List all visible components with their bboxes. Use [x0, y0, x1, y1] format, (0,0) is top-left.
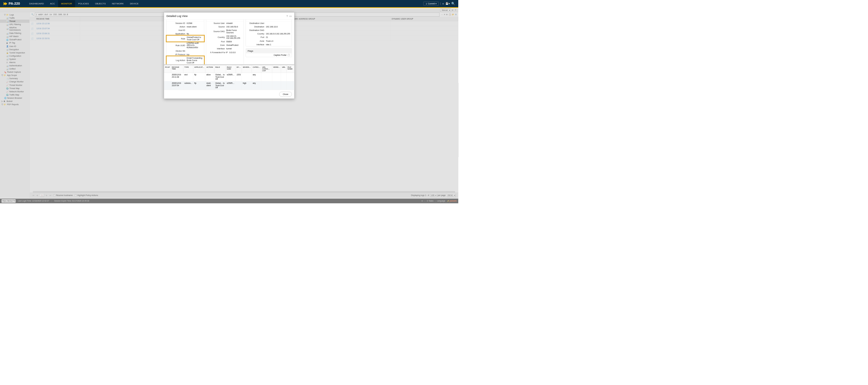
search-icon[interactable]: 🔍 — [451, 2, 455, 5]
src-xff-value: 0.0.0.0 — [229, 51, 242, 54]
src-user-value: mivaldi — [226, 22, 242, 25]
src-dag-value: Brute Force Sources — [226, 29, 242, 34]
application-value: ftp — [187, 33, 203, 35]
dst-port-value: 21 — [266, 36, 290, 39]
table-row[interactable]: 2020/12/16 23:07:54vulnera…ftpreset-clie… — [164, 81, 294, 90]
src-port-value: 55859 — [226, 41, 242, 43]
main-header: PA-220 DASHBOARD ACC MONITOR POLICIES OB… — [0, 0, 458, 8]
session-id-value: 61568 — [187, 22, 203, 25]
tab-network[interactable]: NETWORK — [109, 0, 127, 7]
flag-captive-checkbox[interactable] — [288, 54, 290, 56]
log-action-row-highlight: Log ActionEmail Forwarding Brute Force C… — [167, 57, 204, 64]
src-zone-value: GlobalProtect — [226, 44, 242, 46]
commit-icon: ⤓ — [426, 2, 427, 5]
header-actions: ⤓ Commit ▾ | ⎌ 💾▾ 🔍 — [424, 2, 455, 5]
modal-body[interactable]: General Session ID61568 Actionreset-clie… — [164, 20, 294, 64]
close-button[interactable]: Close — [279, 92, 292, 97]
modal-window-icon[interactable]: ▭ — [289, 14, 291, 18]
log-action-value: Email Forwarding Brute Force Cool-Off — [187, 57, 203, 64]
modal-log-table[interactable]: PCAPRECEIVE TIMETYPE APPLICAT…ACTIONRULE… — [164, 65, 294, 90]
flags-title: Flags — [246, 48, 291, 54]
tab-objects[interactable]: OBJECTS — [92, 0, 109, 7]
tab-acc[interactable]: ACC — [47, 0, 58, 7]
action-value: reset-client — [187, 26, 203, 28]
save-icon[interactable]: 💾▾ — [445, 2, 450, 5]
chevron-down-icon: ▾ — [435, 2, 437, 5]
logo: PA-220 — [3, 1, 20, 6]
src-country-value: 192.168.0.0-192.168.255.255 — [226, 35, 242, 39]
modal-header: Detailed Log View ? ▭ — [164, 12, 294, 20]
modal-help-icon[interactable]: ? — [286, 14, 288, 18]
tab-monitor[interactable]: MONITOR — [58, 0, 75, 7]
panel-flags: Flags Captive Portal — [246, 48, 292, 57]
logo-text: PA-220 — [9, 2, 20, 6]
tab-dashboard[interactable]: DASHBOARD — [26, 0, 47, 7]
ip-protocol-value: tcp — [187, 54, 203, 56]
src-iface-value: tunnel — [226, 47, 242, 50]
rule-row-highlight: RuleGlobalProtect to Trust-Cool Off — [167, 36, 204, 41]
revert-icon[interactable]: ⎌ — [442, 2, 444, 5]
modal-overlay: Detailed Log View ? ▭ General Session ID… — [0, 9, 458, 203]
dst-zone-value: Trust-L3 — [266, 40, 290, 42]
tab-device[interactable]: DEVICE — [127, 0, 142, 7]
src-addr-value: 192.168.50.6 — [226, 26, 242, 28]
table-row[interactable]: 2020/12/16 23:11:38endftpallowGlobal… to… — [164, 73, 294, 81]
commit-button[interactable]: ⤓ Commit ▾ — [424, 2, 439, 5]
panel-general: General Session ID61568 Actionreset-clie… — [166, 20, 204, 64]
nav-tabs: DASHBOARD ACC MONITOR POLICIES OBJECTS N… — [26, 0, 424, 7]
flag-captive-label: Captive Portal — [248, 54, 288, 57]
commit-label: Commit — [428, 2, 435, 5]
dst-iface-value: vlan.1 — [266, 43, 290, 45]
rule-value: GlobalProtect to Trust-Cool Off — [187, 36, 203, 41]
brand-mark-icon — [3, 1, 8, 6]
panel-source: Source Source Usermivaldi Source192.168.… — [206, 20, 244, 64]
dst-addr-value: 192.168.10.8 — [266, 26, 290, 28]
detailed-log-modal: Detailed Log View ? ▭ General Session ID… — [164, 12, 294, 99]
modal-footer: Close — [164, 90, 294, 99]
panel-destination: Destination Destination User Destination… — [246, 20, 292, 46]
modal-title: Detailed Log View — [166, 14, 285, 18]
tab-policies[interactable]: POLICIES — [75, 0, 92, 7]
dst-country-value: 192.168.0.0-192.168.255.255 — [266, 33, 290, 35]
rule-uuid-value: e256f5bb-ac8f-4f8f-bc1b-f02f8db2d50d — [187, 42, 203, 48]
